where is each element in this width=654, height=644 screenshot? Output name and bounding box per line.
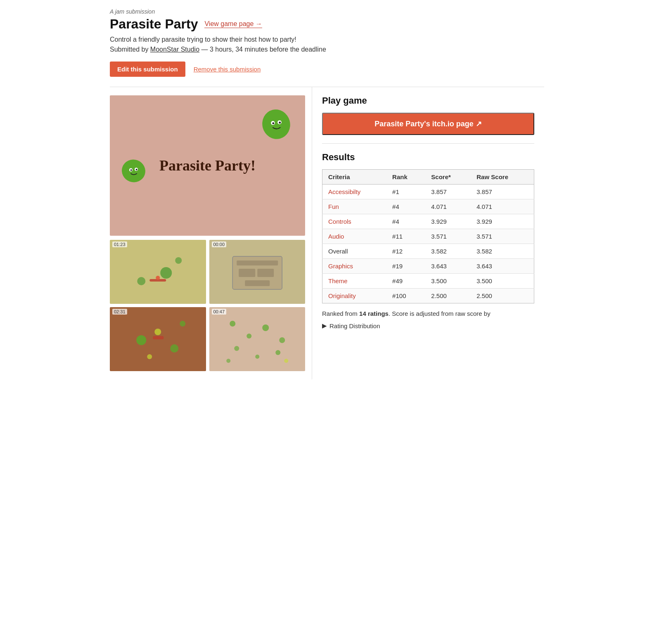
right-panel: Play game Parasite Party's itch.io page … — [312, 87, 544, 379]
thumbnail-4[interactable]: 00:47 — [209, 307, 306, 371]
cell-rank: #12 — [386, 244, 425, 259]
svg-point-23 — [147, 354, 152, 359]
cell-rank: #4 — [386, 214, 425, 229]
criteria-link[interactable]: Audio — [328, 233, 344, 240]
cell-raw-score: 3.643 — [471, 259, 534, 274]
thumbnails-grid: 01:23 00:00 — [110, 240, 305, 371]
game-title: Parasite Party — [110, 17, 198, 32]
rated-note: Ranked from 14 ratings. Score is adjuste… — [322, 310, 534, 317]
table-row: Overall#123.5823.582 — [322, 244, 534, 259]
author-link[interactable]: MoonStar Studio — [150, 46, 199, 53]
svg-point-32 — [275, 350, 280, 355]
svg-point-34 — [226, 359, 230, 363]
thumbnail-1[interactable]: 01:23 — [110, 240, 206, 304]
cell-raw-score: 3.582 — [471, 244, 534, 259]
svg-point-0 — [260, 108, 293, 141]
blob-left-icon — [120, 158, 147, 185]
col-rank: Rank — [386, 170, 425, 185]
results-title: Results — [322, 152, 534, 163]
svg-point-21 — [154, 329, 161, 335]
col-criteria: Criteria — [322, 170, 387, 185]
left-panel: Parasite Party! 01:23 — [110, 87, 312, 379]
cell-rank: #19 — [386, 259, 425, 274]
svg-point-24 — [180, 321, 185, 327]
svg-point-20 — [136, 335, 146, 345]
cell-score: 3.857 — [425, 185, 471, 199]
cell-rank: #49 — [386, 274, 425, 289]
criteria-link[interactable]: Controls — [328, 218, 351, 225]
cell-raw-score: 3.571 — [471, 229, 534, 244]
submission-label: A jam submission — [110, 8, 544, 15]
svg-point-31 — [255, 355, 259, 359]
svg-point-3 — [272, 122, 274, 124]
thumbnail-3[interactable]: 02:31 — [110, 307, 206, 371]
svg-point-9 — [136, 169, 137, 170]
game-logo-text: Parasite Party! — [159, 157, 256, 174]
cell-raw-score: 3.857 — [471, 185, 534, 199]
cell-score: 4.071 — [425, 199, 471, 214]
main-content: Parasite Party! 01:23 — [110, 87, 544, 379]
table-row: Originality#1002.5002.500 — [322, 289, 534, 303]
table-row: Graphics#193.6433.643 — [322, 259, 534, 274]
cell-score: 3.929 — [425, 214, 471, 229]
svg-rect-18 — [257, 269, 274, 277]
cell-criteria: Overall — [322, 244, 387, 259]
main-screenshot: Parasite Party! — [110, 95, 305, 236]
table-row: Accessibilty#13.8573.857 — [322, 185, 534, 199]
svg-rect-17 — [239, 269, 255, 277]
svg-point-14 — [156, 276, 160, 280]
distribution-label: Rating Distribution — [329, 322, 380, 329]
cell-raw-score: 3.929 — [471, 214, 534, 229]
svg-rect-25 — [153, 336, 164, 339]
svg-point-27 — [246, 334, 251, 339]
svg-point-30 — [234, 346, 239, 351]
play-game-title: Play game — [322, 95, 534, 106]
triangle-icon: ▶ — [322, 322, 327, 329]
col-raw-score: Raw Score — [471, 170, 534, 185]
svg-rect-16 — [237, 260, 278, 265]
svg-point-28 — [262, 324, 269, 331]
col-score: Score* — [425, 170, 471, 185]
svg-point-22 — [170, 344, 178, 353]
thumbnail-2[interactable]: 00:00 — [209, 240, 306, 304]
cell-rank: #100 — [386, 289, 425, 303]
table-row: Fun#44.0714.071 — [322, 199, 534, 214]
svg-point-11 — [137, 277, 145, 285]
criteria-link[interactable]: Accessibilty — [328, 188, 360, 195]
criteria-link[interactable]: Theme — [328, 277, 348, 284]
cell-score: 3.643 — [425, 259, 471, 274]
criteria-link[interactable]: Graphics — [328, 263, 353, 270]
criteria-link[interactable]: Fun — [328, 203, 339, 210]
table-header-row: Criteria Rank Score* Raw Score — [322, 170, 534, 185]
play-btn-wrapper: Parasite Party's itch.io page ↗ — [322, 113, 534, 144]
cell-rank: #11 — [386, 229, 425, 244]
svg-point-5 — [120, 158, 147, 185]
view-game-link[interactable]: View game page → — [204, 20, 262, 28]
cell-score: 3.582 — [425, 244, 471, 259]
criteria-link[interactable]: Originality — [328, 292, 356, 299]
game-description: Control a friendly parasite trying to sh… — [110, 36, 544, 43]
cell-criteria: Controls — [322, 214, 387, 229]
rating-distribution-toggle[interactable]: ▶ Rating Distribution — [322, 322, 534, 329]
cell-criteria: Accessibilty — [322, 185, 387, 199]
svg-point-4 — [279, 122, 281, 124]
results-table: Criteria Rank Score* Raw Score Accessibi… — [322, 169, 534, 303]
cell-criteria: Theme — [322, 274, 387, 289]
svg-point-29 — [279, 337, 285, 343]
play-game-button[interactable]: Parasite Party's itch.io page ↗ — [322, 113, 534, 135]
action-buttons: Edit this submission Remove this submiss… — [110, 62, 544, 77]
cell-raw-score: 2.500 — [471, 289, 534, 303]
blob-top-right-icon — [260, 108, 293, 141]
svg-rect-19 — [245, 280, 270, 286]
svg-point-12 — [175, 257, 182, 264]
cell-score: 2.500 — [425, 289, 471, 303]
cell-score: 3.500 — [425, 274, 471, 289]
game-title-row: Parasite Party View game page → — [110, 17, 544, 32]
edit-submission-button[interactable]: Edit this submission — [110, 62, 185, 77]
submitted-by: Submitted by MoonStar Studio — 3 hours, … — [110, 46, 544, 53]
cell-criteria: Originality — [322, 289, 387, 303]
svg-point-8 — [130, 169, 132, 171]
cell-rank: #1 — [386, 185, 425, 199]
svg-point-26 — [230, 321, 235, 327]
remove-submission-button[interactable]: Remove this submission — [194, 66, 261, 73]
